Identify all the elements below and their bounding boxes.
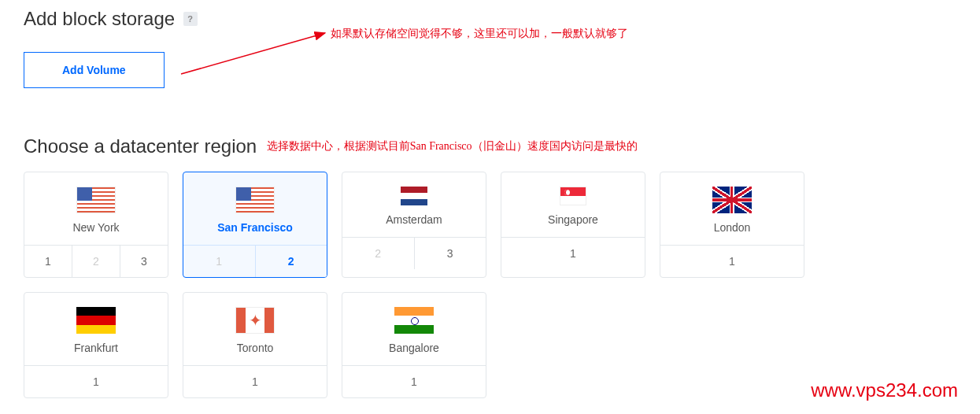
region-number[interactable]: 3 <box>414 238 486 269</box>
region-card: Amsterdam23 <box>342 172 486 278</box>
region-numbers: 1 <box>24 365 168 397</box>
block-storage-title: Add block storage <box>24 8 175 30</box>
annotation-block-storage: 如果默认存储空间觉得不够，这里还可以加，一般默认就够了 <box>331 27 628 41</box>
region-name: Singapore <box>508 213 638 226</box>
flag-icon <box>394 307 434 334</box>
region-card: Bangalore1 <box>342 292 486 398</box>
region-numbers: 1 <box>501 237 645 269</box>
region-numbers: 123 <box>24 245 168 277</box>
region-select[interactable]: Frankfurt <box>24 293 168 365</box>
region-number: 2 <box>72 246 120 277</box>
region-name: San Francisco <box>190 221 320 234</box>
watermark: www.vps234.com <box>811 379 958 401</box>
region-select[interactable]: San Francisco <box>183 172 327 245</box>
region-name: Frankfurt <box>31 342 161 354</box>
flag-icon <box>235 307 275 334</box>
add-volume-button[interactable]: Add Volume <box>24 52 165 88</box>
region-number: 2 <box>342 238 414 269</box>
flag-icon <box>712 187 752 213</box>
region-select[interactable]: Bangalore <box>342 293 486 365</box>
region-number[interactable]: 1 <box>660 246 804 277</box>
flag-icon <box>76 307 116 334</box>
region-name: Bangalore <box>349 342 479 354</box>
region-grid: New York123San Francisco12Amsterdam23Sin… <box>24 172 956 398</box>
region-name: New York <box>31 221 161 234</box>
region-numbers: 1 <box>660 245 804 277</box>
help-icon[interactable]: ? <box>183 12 198 26</box>
region-card: New York123 <box>24 172 168 278</box>
region-number[interactable]: 2 <box>255 246 327 277</box>
region-name: Amsterdam <box>349 213 479 226</box>
region-numbers: 23 <box>342 237 486 269</box>
region-select[interactable]: Amsterdam <box>342 172 486 237</box>
region-number[interactable]: 1 <box>183 366 327 397</box>
region-card: Frankfurt1 <box>24 292 168 398</box>
region-number[interactable]: 1 <box>342 366 486 397</box>
region-select[interactable]: Singapore <box>501 172 645 237</box>
region-select[interactable]: London <box>660 172 804 245</box>
block-storage-section: Add block storage ? Add Volume <box>24 8 956 88</box>
flag-icon <box>76 187 116 213</box>
region-name: London <box>667 221 797 234</box>
flag-icon <box>401 187 427 205</box>
region-number[interactable]: 3 <box>120 246 168 277</box>
region-card: San Francisco12 <box>183 172 327 278</box>
datacenter-title: Choose a datacenter region <box>24 135 257 157</box>
region-card: Toronto1 <box>183 292 327 398</box>
region-card: London1 <box>660 172 804 278</box>
region-number[interactable]: 1 <box>501 238 645 269</box>
region-name: Toronto <box>190 342 320 354</box>
region-number[interactable]: 1 <box>24 366 168 397</box>
region-select[interactable]: New York <box>24 172 168 245</box>
region-numbers: 12 <box>183 245 327 277</box>
region-number[interactable]: 1 <box>24 246 72 277</box>
annotation-datacenter: 选择数据中心，根据测试目前San Francisco（旧金山）速度国内访问是最快… <box>267 139 638 153</box>
region-select[interactable]: Toronto <box>183 293 327 365</box>
flag-icon <box>235 187 275 213</box>
region-numbers: 1 <box>342 365 486 397</box>
region-card: Singapore1 <box>501 172 645 278</box>
datacenter-section: Choose a datacenter region 选择数据中心，根据测试目前… <box>24 135 956 398</box>
region-numbers: 1 <box>183 365 327 397</box>
region-number: 1 <box>183 246 255 277</box>
flag-icon <box>560 187 586 205</box>
